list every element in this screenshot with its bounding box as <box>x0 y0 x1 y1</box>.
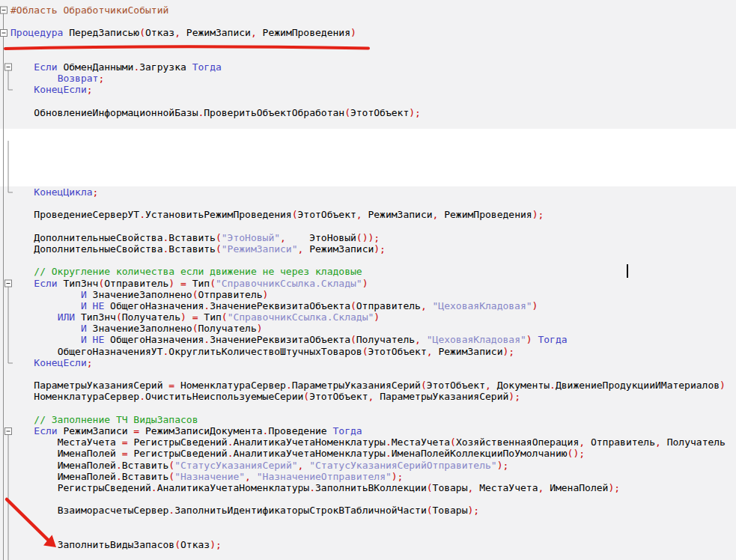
code-line <box>10 198 726 209</box>
code-line: ОбщегоНазначенияУТ.ОкруглитьКоличествоШт… <box>10 346 726 357</box>
code-line <box>10 164 726 175</box>
code-line: КонецЕсли; <box>10 84 726 95</box>
configurator-code-window: #Область ОбработчикиСобытий Процедура Пе… <box>0 0 736 560</box>
code-line: ИменаПолей.Вставить("СтатусУказанияСерий… <box>10 460 726 471</box>
code-line: ДополнительныеСвойства.Вставить("РежимЗа… <box>10 243 726 255</box>
code-line: НоменклатураСервер.ОчиститьНеиспользуемы… <box>10 391 726 402</box>
code-line: Если ОбменДанными.Загрузка Тогда <box>10 61 726 73</box>
code-line: Если РежимЗаписи = РежимЗаписиДокумента.… <box>10 425 726 436</box>
code-line <box>10 96 726 107</box>
code-line: РегистрыСведений.АналитикаУчетаНоменклат… <box>10 482 726 493</box>
code-line <box>10 130 726 141</box>
code-line <box>10 39 726 50</box>
code-line: И НЕ ОбщегоНазначения.ЗначениеРеквизитаО… <box>10 334 726 345</box>
code-lines: #Область ОбработчикиСобытий Процедура Пе… <box>10 4 726 550</box>
code-line: И НЕ ОбщегоНазначения.ЗначениеРеквизитаО… <box>10 300 726 311</box>
code-line: ПараметрыУказанияСерий = НоменклатураСер… <box>10 380 726 391</box>
code-line <box>10 403 726 414</box>
code-line <box>10 50 726 61</box>
code-line: КонецЕсли; <box>10 357 726 368</box>
code-line: #Область ОбработчикиСобытий <box>10 4 726 16</box>
code-line: ПроведениеСерверУТ.УстановитьРежимПровед… <box>10 209 726 220</box>
code-editor[interactable]: #Область ОбработчикиСобытий Процедура Пе… <box>0 0 736 560</box>
code-line: МестаУчета = РегистрыСведений.АналитикаУ… <box>10 436 726 448</box>
code-line: ИЛИ ТипЗнч(Получатель) = Тип("Справочник… <box>10 311 726 323</box>
code-line <box>10 141 726 152</box>
code-line <box>10 175 726 186</box>
code-line <box>10 152 726 163</box>
code-line: ИменаПолей = РегистрыСведений.АналитикаУ… <box>10 448 726 459</box>
code-line: ДополнительныеСвойства.Вставить("ЭтоНовы… <box>10 232 726 243</box>
code-line: ВзаиморасчетыСервер.ЗаполнитьИдентификат… <box>10 505 726 516</box>
code-line: ЗаполнитьВидыЗапасов(Отказ); <box>10 539 726 550</box>
code-line <box>10 118 726 130</box>
code-line <box>10 221 726 232</box>
code-line: ИменаПолей.Вставить("Назначение", "Назна… <box>10 471 726 482</box>
code-line: Процедура ПередЗаписью(Отказ, РежимЗапис… <box>10 27 726 38</box>
code-line <box>10 255 726 266</box>
code-line <box>10 16 726 27</box>
code-line: Если ТипЗнч(Отправитель) = Тип("Справочн… <box>10 278 726 289</box>
code-line: КонецЦикла; <box>10 186 726 198</box>
code-line: ОбновлениеИнформационнойБазы.ПроверитьОб… <box>10 107 726 118</box>
code-line: // Заполнение ТЧ ВидыЗапасов <box>10 414 726 425</box>
code-line <box>10 368 726 380</box>
code-line: И ЗначениеЗаполнено(Отправитель) <box>10 289 726 300</box>
code-line <box>10 528 726 539</box>
code-line: // Округление количества если движение н… <box>10 266 726 277</box>
code-line: И ЗначениеЗаполнено(Получатель) <box>10 323 726 334</box>
code-line <box>10 493 726 505</box>
code-line <box>10 516 726 527</box>
code-line: Возврат; <box>10 73 726 84</box>
text-caret <box>627 264 628 278</box>
